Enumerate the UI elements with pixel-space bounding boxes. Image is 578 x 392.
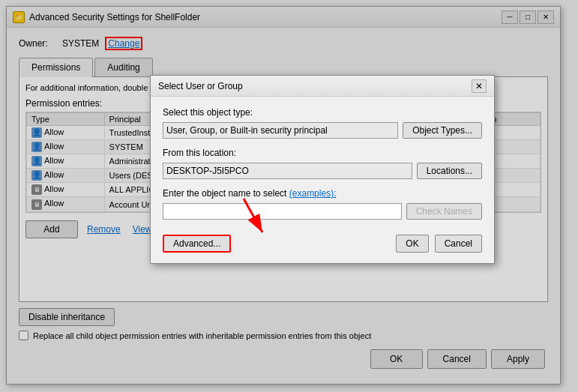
object-type-label: Select this object type:	[163, 107, 482, 118]
name-input[interactable]	[163, 203, 402, 220]
dialog-body: Select this object type: Object Types...…	[151, 97, 494, 263]
dialog-overlay: Select User or Group ✕ Select this objec…	[0, 0, 578, 392]
name-label: Enter the object name to select (example…	[163, 188, 482, 199]
check-names-button[interactable]: Check Names	[406, 203, 482, 220]
object-types-button[interactable]: Object Types...	[403, 122, 482, 139]
name-row: Check Names	[163, 203, 482, 220]
location-input[interactable]	[163, 163, 412, 179]
location-row: Locations...	[163, 163, 482, 179]
dialog-footer: Advanced... OK Cancel	[163, 229, 482, 253]
locations-button[interactable]: Locations...	[417, 163, 482, 179]
dialog-close-button[interactable]: ✕	[472, 79, 487, 93]
location-label: From this location:	[163, 148, 482, 158]
dialog-title-bar: Select User or Group ✕	[151, 76, 494, 97]
object-type-input[interactable]	[163, 122, 398, 139]
dialog-cancel-button[interactable]: Cancel	[435, 235, 482, 253]
object-type-row: Object Types...	[163, 122, 482, 139]
select-user-dialog: Select User or Group ✕ Select this objec…	[150, 75, 495, 264]
dialog-title-text: Select User or Group	[158, 81, 243, 91]
dialog-ok-button[interactable]: OK	[396, 235, 428, 253]
advanced-button[interactable]: Advanced...	[163, 235, 231, 253]
examples-link[interactable]: (examples):	[289, 188, 337, 199]
